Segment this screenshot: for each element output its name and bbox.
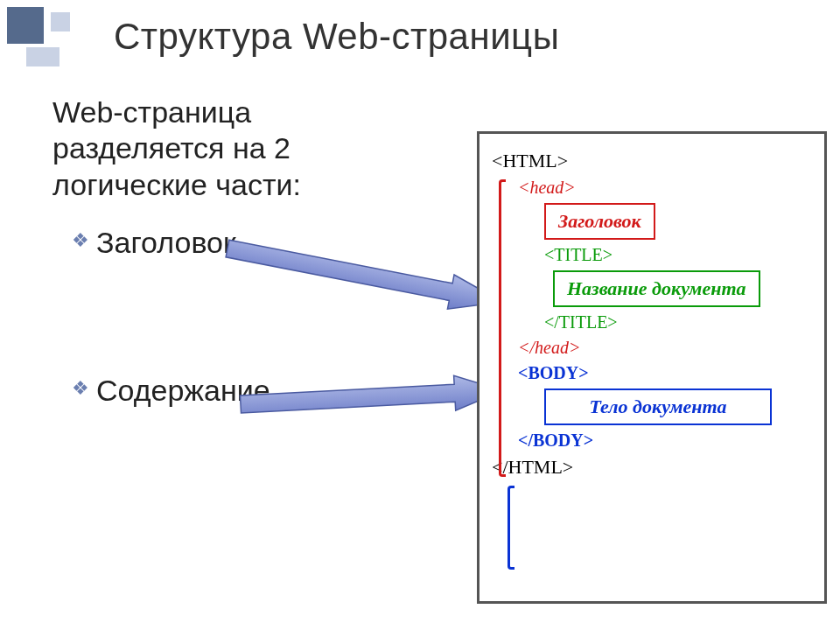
html-structure-panel: <HTML> <head> Заголовок <TITLE> Название…: [477, 131, 827, 604]
tag-title-open: <TITLE>: [544, 245, 812, 265]
bracket-head-section: [499, 179, 506, 477]
slide-title: Структура Web-страницы: [114, 16, 559, 58]
bracket-body-section: [508, 486, 514, 570]
slide-corner-decoration: [7, 7, 112, 66]
tag-title-close: </TITLE>: [544, 312, 812, 332]
bullet-item-content: Содержание: [72, 374, 369, 408]
tag-html-close: </HTML>: [492, 456, 812, 479]
box-document-title: Название документа: [553, 270, 760, 307]
tag-html-open: <HTML>: [492, 150, 812, 172]
tag-head-close: </head>: [518, 338, 812, 358]
tag-head-open: <head>: [518, 178, 812, 198]
box-header: Заголовок: [544, 203, 655, 240]
intro-text: Web-страница разделяется на 2 логические…: [52, 94, 429, 203]
bullet-item-header: Заголовок: [72, 226, 369, 260]
tag-body-open: <BODY>: [518, 363, 812, 383]
tag-body-close: </BODY>: [518, 430, 812, 451]
box-body: Тело документа: [544, 388, 772, 425]
bullet-list: Заголовок Содержание: [72, 226, 369, 522]
